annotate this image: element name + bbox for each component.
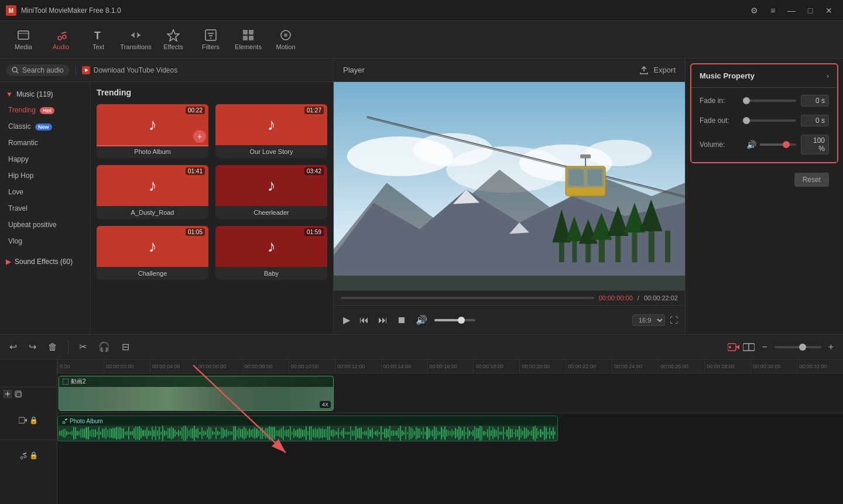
music-card-baby[interactable]: ♪ 01:59 Baby	[215, 226, 327, 280]
sidebar-item-trending[interactable]: Trending Hot	[0, 102, 90, 118]
svg-point-53	[729, 346, 731, 348]
crop-button[interactable]: ⊟	[118, 339, 133, 355]
music-card-photo-album[interactable]: ♪ 00:22 + Photo Album	[97, 104, 208, 158]
svg-rect-41	[665, 231, 670, 262]
video-clip[interactable]: 動画2 4X	[59, 376, 334, 411]
sidebar-item-happy[interactable]: Happy	[0, 151, 90, 167]
minimize-button[interactable]: —	[783, 2, 800, 19]
delete-button[interactable]: 🗑	[44, 340, 61, 355]
svg-rect-29	[573, 239, 577, 263]
toolbar-audio[interactable]: Audio	[42, 23, 80, 56]
play-button[interactable]: ▶	[341, 312, 352, 328]
youtube-icon	[82, 66, 90, 74]
cut-button[interactable]: ✂	[76, 339, 90, 355]
music-grid: ♪ 00:22 + Photo Album ♪ 01:27 Our Love S…	[97, 104, 327, 280]
vol-slider[interactable]	[760, 143, 796, 146]
settings-button[interactable]: ⚙	[746, 2, 762, 19]
record-icon[interactable]	[728, 342, 739, 352]
sidebar-item-hiphop[interactable]: Hip Hop	[0, 167, 90, 184]
music-card-challenge[interactable]: ♪ 01:05 Challenge	[97, 226, 208, 280]
svg-rect-8	[243, 30, 248, 35]
toolbar-elements[interactable]: Elements	[229, 23, 267, 56]
toolbar-motion[interactable]: Motion	[267, 23, 304, 56]
headphones-button[interactable]: 🎧	[95, 339, 114, 355]
sound-effects-header[interactable]: ▶ Sound Effects (60)	[0, 254, 90, 269]
ruler-mark: 00:00:28:00	[704, 359, 751, 373]
properties-title: Music Property	[700, 71, 755, 80]
music-card-our-love-story[interactable]: ♪ 01:27 Our Love Story	[215, 104, 327, 158]
current-time: 00:00:00:00	[599, 294, 633, 301]
sidebar-item-vlog[interactable]: Vlog	[0, 233, 90, 249]
svg-rect-33	[599, 237, 605, 262]
fade-in-slider[interactable]	[746, 100, 796, 102]
sidebar-item-travel[interactable]: Travel	[0, 200, 90, 217]
add-button[interactable]: +	[193, 130, 206, 143]
toolbar-text[interactable]: T Text	[80, 23, 117, 56]
sidebar-item-romantic[interactable]: Romantic	[0, 135, 90, 151]
music-section-header[interactable]: ▼ Music (119)	[0, 87, 90, 102]
fade-out-slider[interactable]	[746, 119, 796, 122]
panel-inner: ▼ Music (119) Trending Hot Classic New R…	[0, 82, 333, 334]
prev-button[interactable]: ⏮	[357, 313, 371, 328]
reset-button[interactable]: Reset	[794, 173, 829, 187]
zoom-in-button[interactable]: +	[825, 340, 837, 355]
app-icon: M	[6, 5, 16, 16]
maximize-button[interactable]: □	[802, 2, 818, 19]
duration-label: 00:22	[186, 107, 205, 114]
timeline-tracks[interactable]: 0:00 00:00:02:00 00:00:04:00 00:00:06:00…	[57, 359, 843, 504]
menu-button[interactable]: ≡	[765, 2, 781, 19]
ruler-mark: 00:00:24:00	[612, 359, 658, 373]
toolbar-media[interactable]: Media	[5, 23, 42, 56]
volume-slider[interactable]	[434, 319, 475, 321]
sidebar-item-upbeat[interactable]: Upbeat positive	[0, 217, 90, 233]
yt-download-button[interactable]: Download YouTube Videos	[76, 66, 177, 74]
card-label: Photo Album	[97, 145, 208, 158]
add-track-icon[interactable]	[4, 390, 12, 398]
zoom-slider[interactable]	[775, 346, 821, 348]
toolbar-transitions[interactable]: Transitions	[117, 23, 155, 56]
tracks-area: 動画2 4X Photo Album	[57, 373, 843, 444]
mute-icon[interactable]: 🔊	[746, 140, 756, 149]
next-button[interactable]: ⏭	[376, 313, 390, 328]
lock-icon[interactable]: 🔒	[29, 416, 38, 424]
svg-rect-7	[205, 30, 216, 40]
audio-clip[interactable]: Photo Album	[57, 416, 558, 441]
svg-marker-60	[25, 419, 27, 422]
audio-clip-title: Photo Album	[70, 418, 103, 424]
expand-button[interactable]: ⛶	[670, 316, 678, 325]
sidebar-item-love[interactable]: Love	[0, 184, 90, 200]
music-card-dusty-road[interactable]: ♪ 01:41 A_Dusty_Road	[97, 165, 208, 219]
collapse-button[interactable]: ›	[827, 72, 829, 80]
ruler-mark: 00:00:02:00	[104, 359, 150, 373]
svg-rect-35	[615, 232, 621, 262]
lock-icon-audio[interactable]: 🔒	[29, 451, 38, 460]
fade-in-label: Fade in:	[700, 97, 746, 105]
split-icon[interactable]	[743, 342, 755, 352]
stop-button[interactable]: ⏹	[395, 313, 409, 328]
close-button[interactable]: ✕	[821, 2, 837, 19]
video-track-label: 🔒	[0, 400, 57, 440]
toolbar: Media Audio T Text Transitions Effects F…	[0, 21, 843, 59]
search-box[interactable]: Search audio	[6, 64, 70, 76]
volume-button[interactable]: 🔊	[413, 312, 430, 328]
svg-rect-2	[18, 31, 29, 39]
toolbar-filters[interactable]: Filters	[192, 23, 229, 56]
toolbar-effects[interactable]: Effects	[155, 23, 192, 56]
undo-button[interactable]: ↩	[6, 339, 20, 355]
total-time: 00:00:22:02	[644, 294, 678, 301]
svg-marker-52	[736, 345, 739, 349]
timeline-toolbar: ↩ ↪ 🗑 ✂ 🎧 ⊟ − +	[0, 335, 843, 359]
titlebar: M MiniTool MovieMaker Free 8.1.0 ⚙ ≡ — □…	[0, 0, 843, 21]
sidebar: ▼ Music (119) Trending Hot Classic New R…	[0, 82, 91, 334]
duration-label: 01:05	[186, 228, 205, 236]
svg-rect-10	[243, 36, 248, 40]
video-progress-bar[interactable]	[341, 297, 594, 299]
redo-button[interactable]: ↪	[25, 339, 40, 355]
svg-rect-50	[334, 276, 685, 290]
copy-track-icon[interactable]	[14, 390, 22, 398]
aspect-ratio-select[interactable]: 16:9 9:16 1:1 4:3	[632, 314, 665, 326]
sidebar-item-classic[interactable]: Classic New	[0, 118, 90, 135]
zoom-out-button[interactable]: −	[758, 340, 770, 355]
audio-waveform	[58, 426, 557, 441]
music-card-cheerleader[interactable]: ♪ 03:42 Cheerleader	[215, 165, 327, 219]
